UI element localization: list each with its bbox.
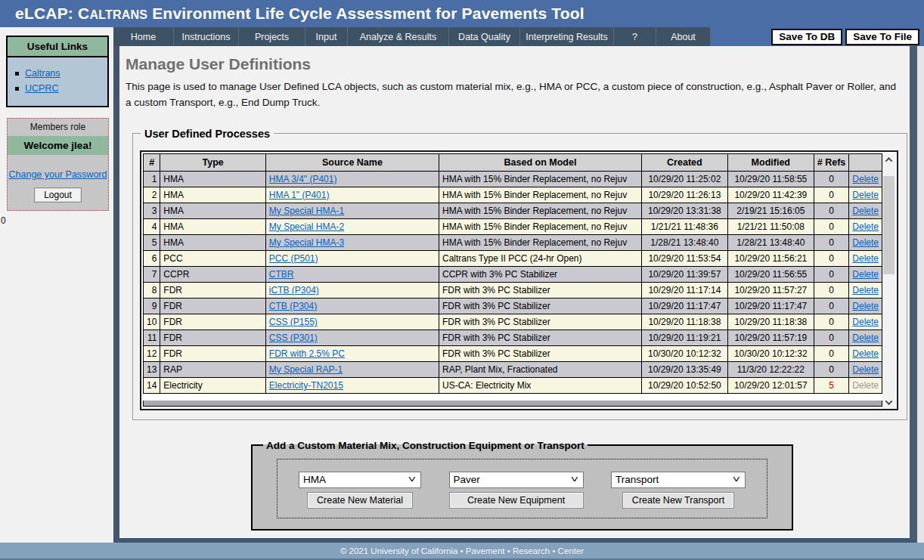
bullet-icon [15,72,19,76]
modified-timestamp: 1/28/21 13:48:40 [727,234,814,250]
delete-link[interactable]: Delete [852,237,879,248]
delete-link[interactable]: Delete [852,333,879,343]
based-on-model: HMA with 15% Binder Replacement, no Reju… [439,171,642,187]
transport-type-select[interactable]: Transport ˅ [611,472,746,488]
refs-count: 0 [814,345,849,361]
delete-link[interactable]: Delete [852,269,879,280]
source-name-link[interactable]: PCC (P501) [269,253,318,264]
row-number: 12 [144,345,160,361]
based-on-model: HMA with 15% Binder Replacement, no Reju… [439,187,642,203]
source-name-link[interactable]: My Special HMA-3 [269,237,344,248]
row-number: 9 [144,298,160,314]
content-frame: Manage User Definitions This page is use… [113,46,917,543]
logout-button[interactable]: Logout [34,187,82,203]
process-type: CCPR [160,266,265,282]
delete-link[interactable]: Delete [852,190,879,200]
ucprc-link[interactable]: UCPRC [25,83,58,94]
created-timestamp: 10/30/20 10:12:32 [641,345,727,361]
footer: © 2021 University of California • Paveme… [0,543,924,560]
material-type-select[interactable]: HMA ˅ [299,472,421,488]
refs-count: 0 [814,187,849,203]
table-row: 5HMAMy Special HMA-3HMA with 15% Binder … [144,234,882,250]
delete-link[interactable]: Delete [852,285,879,295]
column-header: Modified [727,153,814,171]
table-scrollbar[interactable] [882,153,895,409]
delete-link[interactable]: Delete [852,348,879,359]
table-row: 14ElectricityElectricity-TN2015US-CA: El… [144,377,882,393]
source-name-link[interactable]: My Special HMA-1 [269,206,344,216]
source-name-link[interactable]: FDR with 2.5% PC [269,348,345,359]
created-timestamp: 10/29/20 11:26:13 [641,187,727,203]
welcome-banner: Welcome jlea! [8,136,108,155]
delete-link[interactable]: Delete [852,253,879,264]
useful-links-title: Useful Links [8,37,107,57]
nav-item--[interactable]: ? [614,27,656,46]
nav-item-about[interactable]: About [656,27,711,46]
nav-item-interpreting-results[interactable]: Interpreting Results [520,27,614,46]
table-row: 3HMAMy Special HMA-1HMA with 15% Binder … [144,203,882,218]
modified-timestamp: 11/3/20 12:22:22 [727,361,814,377]
modified-timestamp: 10/29/20 11:56:55 [727,266,814,282]
equipment-type-select[interactable]: Paver ˅ [449,472,584,488]
refs-count: 0 [814,171,849,187]
nav-item-home[interactable]: Home [113,27,174,46]
add-custom-legend: Add a Custom Material Mix, Construction … [263,440,588,451]
delete-link[interactable]: Delete [852,206,879,216]
column-header: # Refs [814,153,849,171]
delete-link[interactable]: Delete [852,301,879,311]
row-number: 14 [144,377,160,393]
equipment-column: Paver ˅ Create New Equipment [449,472,584,509]
stray-text: 0 [1,215,113,226]
scrollbar-thumb[interactable] [883,176,895,274]
delete-cell: Delete [849,314,882,330]
delete-cell: Delete [849,250,882,266]
nav-item-analyze-results[interactable]: Analyze & Results [348,27,449,46]
members-role-label: Members role [8,119,108,136]
nav-item-data-quality[interactable]: Data Quality [449,27,520,46]
source-name-link[interactable]: CSS (P155) [269,317,318,327]
material-select-value: HMA [303,474,326,485]
app-header: eLCAP: CALTRANS Environment Life Cycle A… [0,0,924,27]
process-type: FDR [160,330,265,345]
transport-column: Transport ˅ Create New Transport [611,472,746,509]
table-row: 1HMAHMA 3/4" (P401)HMA with 15% Binder R… [144,171,882,187]
save-to-db-button[interactable]: Save To DB [771,29,842,45]
delete-link[interactable]: Delete [852,221,879,232]
source-name-link[interactable]: Electricity-TN2015 [269,380,343,391]
table-row: 8FDRiCTB (P304)FDR with 3% PC Stabilizer… [144,282,882,298]
delete-link[interactable]: Delete [852,174,879,184]
based-on-model: HMA with 15% Binder Replacement, no Reju… [439,218,642,234]
caltrans-link[interactable]: Caltrans [25,68,60,79]
source-name-link[interactable]: HMA 3/4" (P401) [269,174,337,184]
column-header: # [144,153,160,171]
create-new-transport-button[interactable]: Create New Transport [622,492,734,509]
source-name-link[interactable]: HMA 1" (P401) [269,190,330,200]
source-name-link[interactable]: My Special RAP-1 [269,364,343,375]
partially-visible-row [143,401,882,407]
delete-link[interactable]: Delete [852,317,879,327]
nav-item-input[interactable]: Input [305,27,348,46]
source-name-link[interactable]: CTBR [269,269,294,280]
source-name-link[interactable]: CSS (P301) [269,333,318,343]
delete-cell: Delete [849,330,882,345]
scroll-down-icon[interactable] [882,396,895,409]
create-new-material-button[interactable]: Create New Material [307,492,413,509]
source-name-link[interactable]: My Special HMA-2 [269,221,344,232]
process-type: HMA [160,234,265,250]
scroll-up-icon[interactable] [882,153,895,166]
delete-cell: Delete [849,266,882,282]
useful-links-list: Caltrans UCPRC [8,57,107,106]
source-name-link[interactable]: CTB (P304) [269,301,317,311]
nav-item-projects[interactable]: Projects [239,27,305,46]
source-name-cell: CSS (P155) [265,314,439,330]
refs-count: 0 [814,298,849,314]
source-name-link[interactable]: iCTB (P304) [269,285,319,295]
delete-cell: Delete [849,377,882,393]
change-password-link[interactable]: Change your Password [9,169,107,180]
main-nav: HomeInstructionsProjectsInputAnalyze & R… [113,27,711,46]
nav-item-instructions[interactable]: Instructions [174,27,239,46]
create-new-equipment-button[interactable]: Create New Equipment [449,492,584,509]
save-to-file-button[interactable]: Save To File [845,29,919,45]
based-on-model: US-CA: Electricity Mix [439,377,642,393]
delete-link[interactable]: Delete [852,364,879,375]
